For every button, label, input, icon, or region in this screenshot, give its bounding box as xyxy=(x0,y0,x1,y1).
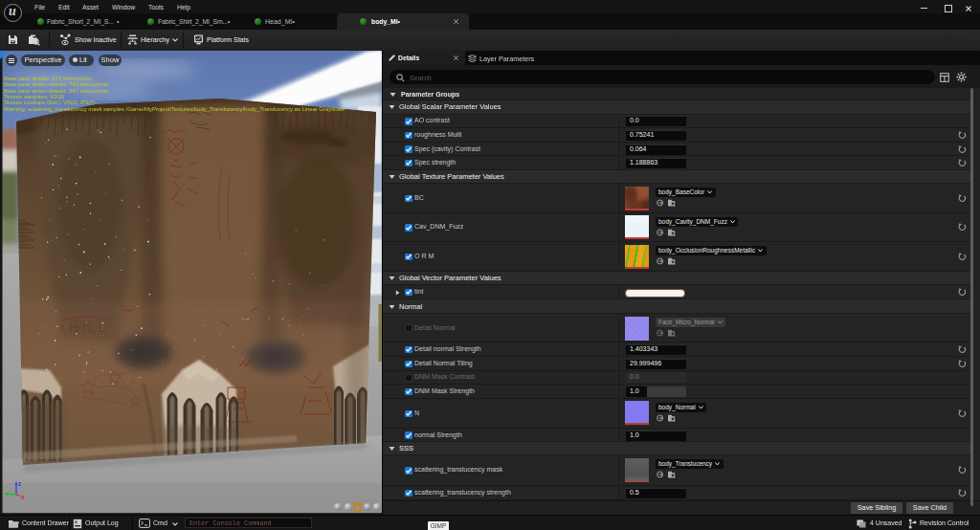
svg-text:z: z xyxy=(18,480,22,487)
svg-text:x: x xyxy=(21,493,26,501)
